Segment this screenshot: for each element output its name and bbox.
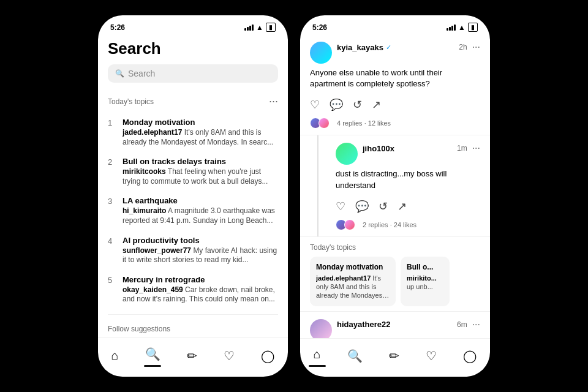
nav-home[interactable]: ⌂ (107, 346, 124, 365)
topic-user: mirikitcooks (123, 167, 166, 176)
nav-search[interactable]: 🔍 (140, 344, 165, 364)
nav-profile-right[interactable]: ◯ (458, 346, 481, 366)
today-label: Today's topics (108, 97, 154, 106)
left-phone: 5:26 ▲ ▮ Search 🔍 Search Today's topics … (98, 15, 288, 377)
bar3 (249, 26, 251, 31)
post-more-dots-3[interactable]: ··· (472, 319, 480, 330)
nav-compose-right[interactable]: ✏ (384, 346, 404, 366)
post-more-dots-2[interactable]: ··· (472, 143, 480, 154)
status-bar-left: 5:26 ▲ ▮ (98, 15, 288, 34)
signal-bars (244, 24, 254, 31)
post-actions-2: ♡ 💬 ↺ ↗ (336, 196, 480, 217)
topic-number: 4 (108, 236, 115, 265)
right-phone: 5:26 ▲ ▮ kyia_kayaks ✓ 2h (300, 15, 490, 377)
post-header-info-2: jiho100x 1m ··· (363, 143, 480, 154)
post-username-3[interactable]: hidayathere22 (337, 320, 390, 329)
search-header: Search 🔍 Search (98, 34, 288, 92)
feed-card-user-1: jaded.elephant17 (316, 274, 371, 282)
share-button-2[interactable]: ↗ (398, 200, 407, 213)
post-actions-1: ♡ 💬 ↺ ↗ (310, 94, 480, 115)
list-item[interactable]: 2 Bull on tracks delays trains mirikitco… (108, 152, 278, 191)
nav-search-right[interactable]: 🔍 (342, 346, 368, 366)
post-user-row-3: hidayathere22 6m ··· (337, 319, 480, 330)
repost-button-2[interactable]: ↺ (379, 200, 388, 213)
avatar-kyia (310, 42, 332, 64)
post-user-row: kyia_kayaks ✓ 2h ··· (337, 42, 480, 53)
battery-icon-r: ▮ (468, 23, 478, 32)
post-username-2[interactable]: jiho100x (363, 144, 394, 153)
battery-icon: ▮ (266, 23, 276, 32)
divider (108, 314, 278, 315)
bar2r (449, 27, 451, 31)
feed-topic-card-1[interactable]: Monday motivation jaded.elephant17 It's … (310, 257, 396, 306)
list-item[interactable]: 4 AI productivity tools sunflower_power7… (108, 231, 278, 270)
avatar-hida (310, 319, 332, 338)
topic-number: 5 (108, 275, 115, 304)
bar4 (252, 24, 254, 31)
topic-user: jaded.elephant17 (123, 128, 182, 137)
like-button[interactable]: ♡ (310, 98, 320, 111)
feed-topic-cards: Monday motivation jaded.elephant17 It's … (310, 257, 480, 306)
feed-card-title-1: Monday motivation (316, 263, 390, 271)
bar1 (244, 28, 246, 31)
search-bar[interactable]: 🔍 Search (108, 64, 278, 83)
topic-preview: sunflower_power77 My favorite AI hack: u… (123, 246, 278, 265)
list-item[interactable]: 3 LA earthquake hi_kimuraito A magnitude… (108, 191, 278, 230)
list-item[interactable]: 1 Monday motivation jaded.elephant17 It'… (108, 113, 278, 152)
topics-section-header: Today's topics ··· (98, 92, 288, 113)
stat-avatar-4 (344, 219, 355, 230)
topic-user: okay_kaiden_459 (123, 285, 183, 294)
topic-body: Bull on tracks delays trains mirikitcook… (123, 157, 278, 186)
like-button-2[interactable]: ♡ (336, 200, 345, 213)
nav-compose[interactable]: ✏ (182, 346, 202, 366)
reply-button-2[interactable]: 💬 (355, 200, 369, 213)
stat-avatars (310, 118, 327, 129)
share-button[interactable]: ↗ (372, 98, 381, 111)
topic-title: LA earthquake (123, 196, 278, 205)
bottom-nav-right: ⌂ 🔍 ✏ ♡ ◯ (300, 338, 490, 377)
nav-home-right[interactable]: ⌂ (309, 345, 326, 364)
right-phone-content: kyia_kayaks ✓ 2h ··· Anyone else unable … (300, 34, 490, 338)
bar2 (247, 27, 249, 31)
post-more-dots[interactable]: ··· (472, 42, 480, 53)
feed-card-preview-2: mirikito... up unb... (407, 274, 443, 292)
feed-topics-section: Today's topics Monday motivation jaded.e… (300, 237, 490, 311)
topic-title: Mercury in retrograde (123, 275, 278, 284)
bar1r (447, 28, 448, 31)
topic-preview: okay_kaiden_459 Car broke down, nail bro… (123, 285, 278, 304)
topic-body: Monday motivation jaded.elephant17 It's … (123, 118, 278, 147)
bar3r (451, 26, 453, 31)
post-3: hidayathere22 6m ··· need music recs! I'… (300, 312, 490, 338)
topic-list: 1 Monday motivation jaded.elephant17 It'… (98, 113, 288, 309)
topic-user: sunflower_power77 (123, 246, 191, 255)
post-header-info: kyia_kayaks ✓ 2h ··· (337, 42, 480, 53)
post-time: 2h (459, 43, 467, 51)
active-indicator-right (309, 365, 326, 367)
post-username[interactable]: kyia_kayaks (337, 43, 383, 52)
post-text-1: Anyone else unable to work until their a… (310, 67, 480, 89)
topic-body: Mercury in retrograde okay_kaiden_459 Ca… (123, 275, 278, 304)
post-stats-text: 4 replies · 12 likes (337, 119, 391, 127)
more-button[interactable]: ··· (269, 95, 278, 108)
nav-profile[interactable]: ◯ (256, 346, 279, 366)
stat-avatar-2 (318, 118, 330, 129)
reply-button[interactable]: 💬 (330, 98, 343, 111)
topic-preview: mirikitcooks That feeling when you're ju… (123, 167, 278, 186)
feed-today-label: Today's topics (310, 243, 480, 252)
feed-card-title-2: Bull o... (407, 263, 443, 271)
nav-heart-right[interactable]: ♡ (421, 346, 442, 366)
list-item[interactable]: 5 Mercury in retrograde okay_kaiden_459 … (108, 270, 278, 309)
status-bar-right: 5:26 ▲ ▮ (300, 15, 490, 34)
repost-button[interactable]: ↺ (353, 98, 362, 111)
feed-card-preview-1: jaded.elephant17 It's only 8AM and this … (316, 274, 390, 300)
nav-search-container: 🔍 (140, 344, 165, 367)
nav-heart[interactable]: ♡ (219, 346, 239, 366)
wifi-icon-r: ▲ (458, 23, 466, 32)
post-text-2: dust is distracting...my boss will under… (336, 168, 480, 190)
nav-home-container-right: ⌂ (309, 345, 326, 367)
feed-topic-card-2[interactable]: Bull o... mirikito... up unb... (401, 257, 450, 306)
signal-bars-r (447, 24, 456, 31)
topic-preview: jaded.elephant17 It's only 8AM and this … (123, 128, 278, 147)
post-1: kyia_kayaks ✓ 2h ··· Anyone else unable … (300, 34, 490, 135)
post-stats-text-2: 2 replies · 24 likes (363, 221, 417, 228)
